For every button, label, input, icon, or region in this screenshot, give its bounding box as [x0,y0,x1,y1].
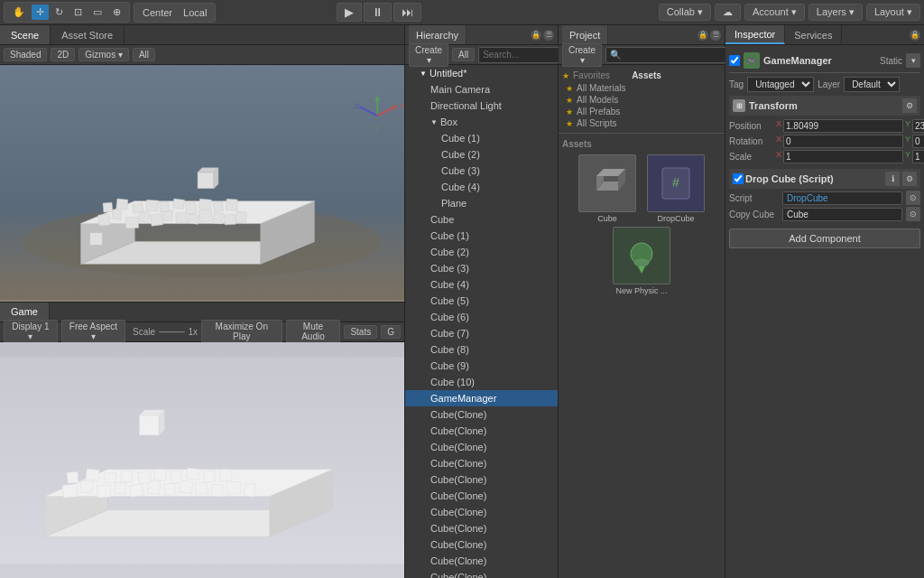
dropcube-settings-btn[interactable]: ⚙ [902,172,917,186]
fav-item-prefabs[interactable]: ★ All Prefabs [562,106,721,117]
project-create-btn[interactable]: Create ▾ [562,43,602,67]
rotation-x[interactable] [783,135,903,148]
dropcube-info-btn[interactable]: ℹ [885,172,900,186]
hierarchy-item-box[interactable]: ▼ Box [405,114,558,130]
transform-settings-btn[interactable]: ⚙ [902,98,917,113]
copy-cube-value[interactable]: Cube [782,208,902,221]
script-value[interactable]: DropCube [782,191,902,205]
hierarchy-create-btn[interactable]: Create ▾ [409,43,448,67]
fav-item-scripts[interactable]: ★ All Scripts [562,117,721,129]
hand-tool-btn[interactable]: ✋ [8,5,30,20]
hierarchy-item[interactable]: Plane [405,195,558,211]
layer-dropdown[interactable]: Default [844,77,900,92]
inspector-tab[interactable]: Inspector [725,25,785,44]
hierarchy-item[interactable]: Cube (1) [405,228,558,244]
hierarchy-item[interactable]: Cube (3) [405,260,558,276]
services-tab[interactable]: Services [785,25,842,44]
move-tool-btn[interactable]: ✛ [32,5,49,20]
object-active-checkbox[interactable] [729,55,740,66]
position-x[interactable] [783,119,903,133]
hierarchy-item-clone[interactable]: Cube(Clone) [405,488,558,504]
hierarchy-item[interactable]: Cube (10) [405,374,558,390]
hierarchy-item-clone[interactable]: Cube(Clone) [405,553,558,569]
script-browse-btn[interactable]: ⊙ [906,191,920,205]
pause-button[interactable]: ⏸ [364,3,392,22]
collab-btn[interactable]: Collab ▾ [659,4,711,21]
hierarchy-item-gamemanager[interactable]: GameManager [405,390,558,406]
hierarchy-item[interactable]: Main Camera [405,81,558,98]
play-button[interactable]: ▶ [337,3,362,22]
script-active-checkbox[interactable] [733,173,744,184]
aspect-btn[interactable]: Free Aspect ▾ [61,320,125,343]
position-y[interactable] [912,119,924,133]
hierarchy-item[interactable]: Cube (5) [405,293,558,309]
rotation-y[interactable] [912,135,924,148]
hierarchy-item-dir-light[interactable]: Directional Light [405,98,558,114]
rect-tool-btn[interactable]: ▭ [88,5,106,20]
hierarchy-item-clone[interactable]: Cube(Clone) [405,455,558,471]
tag-dropdown[interactable]: Untagged [747,77,814,92]
menu-dot[interactable]: ☰ [543,30,554,41]
hierarchy-item[interactable]: Cube (8) [405,341,558,358]
hierarchy-item[interactable]: Cube [405,211,558,228]
project-menu-dot[interactable]: ☰ [710,30,721,41]
asset-item-dropcube[interactable]: # DropCube [643,154,708,223]
hierarchy-item[interactable]: Cube (3) [405,163,558,179]
hierarchy-item[interactable]: Cube (1) [405,130,558,146]
shaded-dropdown-btn[interactable]: Shaded [4,48,47,61]
display-btn[interactable]: Display 1 ▾ [4,320,58,343]
transform-tool-btn[interactable]: ⊕ [108,5,125,20]
scale-y[interactable] [912,150,924,163]
step-button[interactable]: ⏭ [393,3,421,22]
hierarchy-item-clone[interactable]: Cube(Clone) [405,520,558,536]
hierarchy-item-clone[interactable]: Cube(Clone) [405,423,558,439]
hierarchy-item[interactable]: ▼ Untitled* [405,65,558,81]
inspector-lock-dot[interactable]: 🔒 [910,30,920,41]
account-btn[interactable]: Account ▾ [744,4,805,21]
hierarchy-item-clone[interactable]: Cube(Clone) [405,439,558,455]
hierarchy-item[interactable]: Cube (2) [405,146,558,163]
hierarchy-item[interactable]: Cube (9) [405,358,558,374]
maximize-btn[interactable]: Maximize On Play [201,320,282,343]
add-component-btn[interactable]: Add Component [729,228,920,248]
project-lock-dot[interactable]: 🔒 [698,30,708,41]
hierarchy-item-clone[interactable]: Cube(Clone) [405,536,558,553]
static-dropdown-btn[interactable]: ▾ [906,53,920,68]
all-btn[interactable]: All [133,48,155,61]
scale-tool-btn[interactable]: ⊡ [69,5,87,20]
layout-btn[interactable]: Layout ▾ [866,4,920,21]
mute-btn[interactable]: Mute Audio [286,320,341,343]
cloud-btn[interactable]: ☁ [715,4,741,21]
fav-item-materials[interactable]: ★ All Materials [562,82,721,94]
project-search-input[interactable] [605,47,729,63]
hierarchy-item[interactable]: Cube (6) [405,309,558,325]
gizmos-btn2[interactable]: G [381,325,401,339]
project-tab-label[interactable]: Project [562,25,608,44]
layers-btn[interactable]: Layers ▾ [808,4,863,21]
dropcube-component-header[interactable]: Drop Cube (Script) ℹ ⚙ [729,169,920,189]
asset-item-cube[interactable]: Cube [575,154,640,223]
copy-cube-browse-btn[interactable]: ⊙ [906,207,920,221]
scale-x[interactable] [783,150,903,163]
scene-tab[interactable]: Scene [0,25,51,44]
center-btn[interactable]: Center [138,5,177,20]
stats-btn[interactable]: Stats [344,325,377,339]
hierarchy-item-clone[interactable]: Cube(Clone) [405,504,558,520]
hierarchy-item-clone[interactable]: Cube(Clone) [405,406,558,423]
lock-dot[interactable]: 🔒 [531,30,541,41]
asset-item-physics[interactable]: New Physic ... [609,227,674,295]
hierarchy-item[interactable]: Cube (4) [405,276,558,293]
transform-component-header[interactable]: ⊞ Transform ⚙ [729,96,920,116]
fav-item-models[interactable]: ★ All Models [562,94,721,106]
rotate-tool-btn[interactable]: ↻ [51,5,68,20]
local-btn[interactable]: Local [179,5,211,20]
hierarchy-item[interactable]: Cube (4) [405,179,558,195]
2d-btn[interactable]: 2D [51,48,75,61]
hierarchy-item-clone[interactable]: Cube(Clone) [405,569,558,578]
hierarchy-all-btn[interactable]: All [452,48,475,61]
hierarchy-item[interactable]: Cube (2) [405,244,558,260]
game-tab[interactable]: Game [0,303,50,322]
hierarchy-tab-label[interactable]: Hierarchy [409,25,467,44]
gizmos-btn[interactable]: Gizmos ▾ [79,48,129,61]
asset-store-tab[interactable]: Asset Store [51,25,125,44]
